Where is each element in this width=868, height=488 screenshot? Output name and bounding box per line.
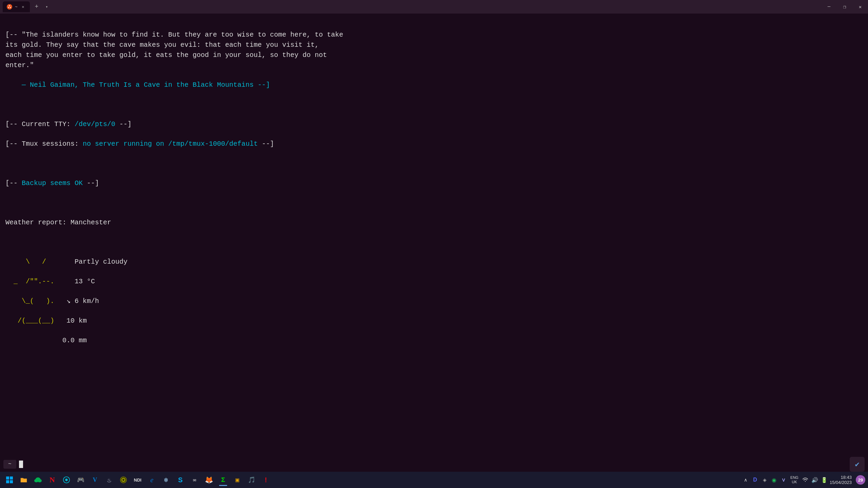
taskbar-ndi[interactable]: NDI [131, 473, 144, 487]
taskbar-vscode[interactable]: V [88, 473, 102, 487]
svg-point-1 [9, 5, 10, 6]
title-bar: ~ ✕ + ▾ ─ ❐ ✕ [0, 0, 868, 14]
svg-rect-6 [6, 480, 9, 483]
active-indicator [219, 485, 227, 486]
tty-line: [-- Current TTY: /dev/pts/0 --] [5, 119, 863, 129]
svg-point-3 [10, 7, 11, 8]
lang-line2: UK [792, 480, 797, 484]
taskbar-terminal[interactable]: Σ [216, 473, 230, 487]
tray-icon1[interactable]: ◈ [761, 476, 769, 484]
taskbar-game[interactable]: 🎮 [74, 473, 87, 487]
terminal-output: [-- "The islanders know how to find it. … [0, 14, 868, 472]
svg-rect-4 [6, 476, 9, 480]
weather-title: Weather report: Manchester [5, 218, 863, 228]
svg-point-2 [8, 7, 9, 8]
svg-point-12 [65, 479, 67, 481]
taskbar-browser[interactable] [60, 473, 73, 487]
taskbar-alert[interactable]: ! [259, 473, 273, 487]
weather-art-4: /(___(__) 10 km [5, 316, 863, 326]
taskbar-app-square[interactable]: ▣ [231, 473, 244, 487]
tray-battery[interactable]: 🔋 [820, 476, 828, 484]
tray-vpn[interactable]: V [780, 476, 788, 484]
window-controls: ─ ❐ ✕ [821, 0, 868, 14]
minimize-button[interactable]: ─ [821, 0, 837, 14]
svg-point-13 [120, 477, 126, 483]
system-tray: ∧ D ◈ ◉ V ENG UK 🔊 🔋 18:43 15/04/2023 29 [742, 475, 865, 485]
tray-volume[interactable]: 🔊 [811, 476, 819, 484]
taskbar-spotify[interactable] [117, 473, 130, 487]
ubuntu-icon [7, 4, 12, 9]
taskbar-steam[interactable]: ♨ [102, 473, 116, 487]
taskbar-mail[interactable]: ✉ [188, 473, 201, 487]
tmux-line: [-- Tmux sessions: no server running on … [5, 139, 863, 149]
taskbar: N 🎮 V ♨ NDI e ❄ S ✉ 🦊 Σ ▣ 🎵 ! ∧ D [0, 472, 868, 488]
weather-art-3: \_( ). ↘ 6 km/h [5, 296, 863, 306]
weather-precip: 0.0 mm [5, 336, 863, 346]
notification-count: 29 [858, 477, 863, 483]
tab-label: ~ [15, 4, 18, 9]
taskbar-windows-start[interactable] [3, 473, 16, 487]
prompt-bar: ~ [0, 457, 868, 472]
clock-time: 18:43 [841, 475, 852, 480]
tab-dropdown-button[interactable]: ▾ [42, 2, 52, 12]
language-indicator[interactable]: ENG UK [789, 475, 800, 484]
quote-line: [-- "The islanders know how to find it. … [5, 30, 863, 70]
tab-close-button[interactable]: ✕ [20, 4, 26, 9]
tray-wifi[interactable] [801, 476, 809, 484]
backup-line: [-- Backup seems OK --] [5, 178, 863, 188]
maximize-button[interactable]: ❐ [837, 0, 852, 14]
taskbar-edge[interactable]: e [145, 473, 159, 487]
taskbar-skype[interactable]: S [174, 473, 187, 487]
clock-date: 15/04/2023 [830, 480, 852, 485]
weather-art-1: \ / Partly cloudy [5, 257, 863, 267]
taskbar-netflix[interactable]: N [45, 473, 59, 487]
taskbar-snowflake[interactable]: ❄ [159, 473, 173, 487]
close-button[interactable]: ✕ [852, 0, 868, 14]
svg-point-10 [36, 477, 41, 482]
taskbar-music[interactable]: 🎵 [245, 473, 258, 487]
new-tab-button[interactable]: + [31, 1, 42, 12]
weather-art-2: _ /"".--. 13 °C [5, 277, 863, 287]
tray-discord[interactable]: D [751, 476, 759, 484]
notification-badge[interactable]: 29 [856, 475, 865, 485]
taskbar-onedrive[interactable] [31, 473, 45, 487]
tray-chevron[interactable]: ∧ [742, 476, 750, 484]
terminal-tab[interactable]: ~ ✕ [3, 1, 30, 12]
tab-area: ~ ✕ + ▾ [3, 0, 52, 14]
lang-line1: ENG [790, 475, 798, 480]
svg-rect-7 [10, 480, 13, 483]
taskbar-firefox[interactable]: 🦊 [202, 473, 216, 487]
tray-icon2[interactable]: ◉ [770, 476, 778, 484]
taskbar-files[interactable] [17, 473, 31, 487]
system-clock[interactable]: 18:43 15/04/2023 [830, 475, 852, 485]
attribution-line: — Neil Gaiman, The Truth Is a Cave in th… [5, 80, 863, 90]
svg-rect-5 [10, 476, 13, 480]
prompt-badge: ~ [3, 460, 16, 469]
cursor [19, 461, 23, 468]
checkmark-button[interactable]: ✔ [850, 457, 865, 472]
